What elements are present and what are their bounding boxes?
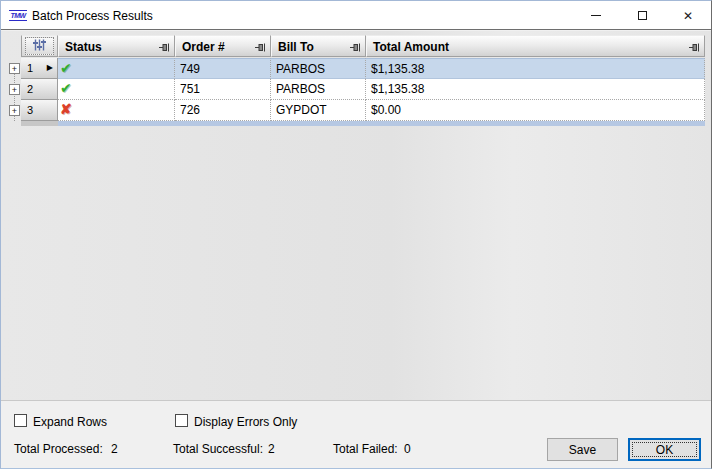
success-icon: ✔ <box>60 60 72 76</box>
total-failed-value: 0 <box>404 442 411 456</box>
maximize-icon <box>638 11 647 20</box>
expand-rows-checkbox[interactable] <box>14 414 27 427</box>
cell-status[interactable]: ✔ <box>58 79 175 100</box>
cell-bill-to[interactable]: GYPDOT <box>271 100 366 121</box>
results-grid: Status Order # Bill To Total <box>1 31 711 400</box>
cell-status[interactable]: ✔ <box>58 58 175 79</box>
cell-total-amount[interactable]: $1,135.38 <box>366 79 705 100</box>
column-header-label: Total Amount <box>373 40 449 54</box>
band-separator <box>58 121 705 126</box>
batch-process-results-window: TMW Batch Process Results ✕ St <box>0 0 712 469</box>
expand-row-button[interactable]: + <box>9 105 20 116</box>
total-successful-value: 2 <box>268 442 275 456</box>
column-header-bill-to[interactable]: Bill To <box>271 35 366 57</box>
column-chooser-button[interactable] <box>25 37 54 55</box>
column-header-label: Status <box>65 40 102 54</box>
row-number: 1 <box>27 62 33 74</box>
column-header-order-number[interactable]: Order # <box>175 35 271 57</box>
minimize-icon <box>591 15 601 16</box>
band-separator-gray <box>21 121 58 126</box>
current-row-icon: ▶ <box>47 63 53 72</box>
grid-row: + 1 ▶ ✔ 749 PARBOS $1,135.38 <box>1 58 711 79</box>
pin-icon[interactable] <box>689 43 700 52</box>
expand-row-button[interactable]: + <box>9 84 20 95</box>
total-failed-label: Total Failed: <box>333 442 398 456</box>
display-errors-only-checkbox[interactable] <box>175 414 188 427</box>
pin-icon[interactable] <box>350 43 361 52</box>
close-icon: ✕ <box>683 10 693 22</box>
grid-row: + 2 ✔ 751 PARBOS $1,135.38 <box>1 79 711 100</box>
row-number: 2 <box>27 83 33 95</box>
window-controls: ✕ <box>573 1 711 30</box>
maximize-button[interactable] <box>619 1 665 30</box>
column-header-status[interactable]: Status <box>58 35 175 57</box>
grid-corner-cell <box>21 35 58 57</box>
expand-row-button[interactable]: + <box>9 63 20 74</box>
row-selector[interactable]: 3 <box>21 100 58 121</box>
cell-total-amount[interactable]: $0.00 <box>366 100 705 121</box>
cell-bill-to[interactable]: PARBOS <box>271 58 366 79</box>
minimize-button[interactable] <box>573 1 619 30</box>
row-selector[interactable]: 1 ▶ <box>21 58 58 79</box>
cell-status[interactable]: ✘ <box>58 100 175 121</box>
row-number: 3 <box>27 104 33 116</box>
window-title: Batch Process Results <box>32 9 153 23</box>
total-processed-value: 2 <box>111 442 118 456</box>
column-chooser-icon <box>32 39 47 51</box>
title-bar: TMW Batch Process Results ✕ <box>1 1 711 30</box>
cell-order-number[interactable]: 751 <box>175 79 271 100</box>
ok-button[interactable]: OK <box>628 438 701 461</box>
footer-panel: Expand Rows Display Errors Only Total Pr… <box>1 400 711 468</box>
display-errors-only-label[interactable]: Display Errors Only <box>194 415 297 429</box>
app-icon: TMW <box>9 10 27 21</box>
column-header-label: Order # <box>182 40 225 54</box>
success-icon: ✔ <box>60 80 72 96</box>
column-header-total-amount[interactable]: Total Amount <box>366 35 705 57</box>
total-processed-label: Total Processed: <box>14 442 103 456</box>
column-header-label: Bill To <box>278 40 314 54</box>
close-button[interactable]: ✕ <box>665 1 711 30</box>
grid-row: + 3 ✘ 726 GYPDOT $0.00 <box>1 100 711 121</box>
cell-order-number[interactable]: 726 <box>175 100 271 121</box>
pin-icon[interactable] <box>255 43 266 52</box>
cell-order-number[interactable]: 749 <box>175 58 271 79</box>
total-successful-label: Total Successful: <box>173 442 263 456</box>
save-button[interactable]: Save <box>547 438 618 461</box>
cell-total-amount[interactable]: $1,135.38 <box>366 58 705 79</box>
cell-bill-to[interactable]: PARBOS <box>271 79 366 100</box>
pin-icon[interactable] <box>159 43 170 52</box>
expand-rows-label[interactable]: Expand Rows <box>33 415 107 429</box>
row-selector[interactable]: 2 <box>21 79 58 100</box>
error-icon: ✘ <box>60 101 72 117</box>
